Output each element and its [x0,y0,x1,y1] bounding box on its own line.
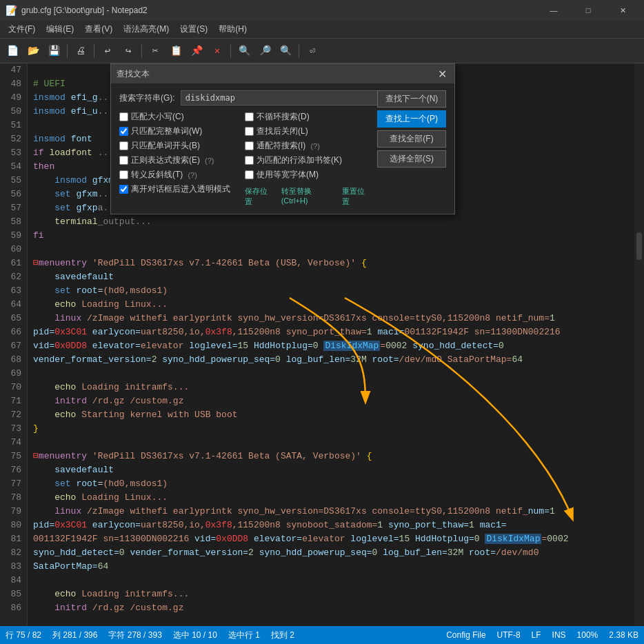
statusbar: 行 75 / 82 列 281 / 396 字符 278 / 393 选中 10… [0,626,644,644]
option-word-start-checkbox[interactable] [119,141,128,150]
scrollbar[interactable] [634,63,644,626]
code-line-77: set root=(hd0,msdos1) [33,477,638,491]
save-button[interactable]: 💾 [44,41,63,61]
line-num-76: 76 [6,463,21,477]
line-num-83: 83 [6,560,21,574]
status-size: 2.38 KB [609,630,638,640]
line-num-78: 78 [6,491,21,505]
line-num-48: 48 [6,77,21,91]
code-line-59: fi [33,229,638,243]
code-line-86: initrd /rd.gz /custom.gz [33,601,638,615]
option-whole-word-checkbox[interactable] [119,127,128,136]
find-prev-button[interactable]: 查找上一个(P) [377,110,446,128]
option-wildcard-checkbox[interactable] [245,141,254,150]
option-regex-checkbox[interactable] [119,156,128,165]
option-slash-checkbox[interactable] [119,170,128,179]
line-num-61: 61 [6,256,21,270]
option-eq-font[interactable]: 使用等宽字体(M) [245,169,370,181]
open-button[interactable]: 📂 [23,41,43,61]
status-selected: 选中 10 / 10 [173,630,217,641]
menu-view[interactable]: 查看(V) [79,21,118,38]
option-transparent[interactable]: 离开对话框后进入透明模式 [119,183,245,195]
code-line-content-82: syno_hdd_detect=0 vender_format_version=… [33,546,539,560]
option-no-loop[interactable]: 不循环搜索(D) [245,111,370,123]
option-regex-label: 正则表达式搜索(E) [131,154,200,166]
code-line-71: initrd /rd.gz /custom.gz [33,394,638,408]
find-button[interactable]: 🔍 [234,41,254,61]
option-wildcard[interactable]: 通配符搜索(I) (?) [245,140,370,152]
menu-file[interactable]: 文件(F) [3,21,41,38]
copy-button[interactable]: 📋 [166,41,185,61]
line-num-51: 51 [6,119,21,132]
editor-area: 4748495051525354555657585960616263646566… [0,63,644,626]
option-transparent-checkbox[interactable] [119,185,128,194]
line-num-56: 56 [6,188,21,201]
code-line-content-78: echo Loading Linux... [33,491,168,505]
toolbar-sep5 [299,44,299,58]
find-dialog-title: 查找文本 [117,68,150,80]
option-add-tag-checkbox[interactable] [245,156,254,165]
option-regex[interactable]: 正则表达式搜索(E) (?) [119,154,245,166]
line-num-59: 59 [6,229,21,243]
code-line-content-61: ⊟menuentry 'RedPill DS3617xs v7.1-42661 … [33,256,367,270]
option-whole-word-label: 只匹配完整单词(W) [131,125,202,137]
code-line-content-54: then [33,160,54,174]
close-button[interactable]: ✕ [607,0,638,21]
option-add-tag[interactable]: 为匹配的行添加书签(K) [245,154,370,166]
option-close-after-checkbox[interactable] [245,127,254,136]
cut-button[interactable]: ✂ [145,41,165,61]
maximize-button[interactable]: □ [572,0,604,21]
option-slash[interactable]: 转义反斜线(T) (?) [119,169,245,181]
minimize-button[interactable]: — [538,0,570,21]
zoom-out-button[interactable]: 🔍 [276,41,295,61]
code-line-content-59: fi [33,229,44,243]
option-close-after[interactable]: 查找后关闭(L) [245,125,370,137]
code-line-79: linux /zImage withefi earlyprintk syno_h… [33,505,638,519]
select-all-button[interactable]: 选择全部(S) [377,150,446,168]
menu-help[interactable]: 帮助(H) [213,21,252,38]
zoom-in-button[interactable]: 🔎 [255,41,274,61]
option-no-loop-checkbox[interactable] [245,112,254,121]
code-line-content-67: vid=0x0DD8 elevator=elevator loglevel=15… [33,339,504,353]
menubar: 文件(F) 编辑(E) 查看(V) 语法高亮(M) 设置(S) 帮助(H) [0,21,644,39]
save-position-link[interactable]: 保存位置 [245,186,273,207]
search-input[interactable] [181,90,396,105]
find-titlebar[interactable]: 查找文本 ✕ [111,64,454,83]
redo-button[interactable]: ↪ [119,41,138,61]
undo-button[interactable]: ↩ [98,41,117,61]
print-button[interactable]: 🖨 [71,41,90,61]
menu-edit[interactable]: 编辑(E) [41,21,79,38]
delete-button[interactable]: ✕ [208,41,227,61]
status-eol: LF [532,630,541,640]
code-line-content-86: initrd /rd.gz /custom.gz [33,601,183,615]
find-buttons: 查找下一个(N) 查找上一个(P) 查找全部(F) 选择全部(S) [377,90,446,168]
new-button[interactable]: 📄 [3,41,22,61]
line-num-58: 58 [6,215,21,229]
status-filetype: Config File [446,630,485,640]
option-word-start[interactable]: 只匹配单词开头(B) [119,140,245,152]
find-all-button[interactable]: 查找全部(F) [377,130,446,148]
option-whole-word[interactable]: 只匹配完整单词(W) [119,125,245,137]
line-num-71: 71 [6,394,21,408]
paste-button[interactable]: 📌 [187,41,206,61]
option-eq-font-checkbox[interactable] [245,170,254,179]
find-close-button[interactable]: ✕ [435,67,449,81]
reset-position-link[interactable]: 重置位置 [342,186,370,207]
code-line-73: } [33,422,638,436]
code-line-content-56: set gfxm... [33,188,114,201]
find-next-button[interactable]: 查找下一个(N) [377,90,446,108]
wrap-button[interactable]: ⏎ [303,41,322,61]
line-num-72: 72 [6,408,21,422]
status-found: 找到 2 [271,630,294,641]
option-case-checkbox[interactable] [119,112,128,121]
code-line-61: ⊟menuentry 'RedPill DS3617xs v7.1-42661 … [33,256,638,270]
menu-syntax[interactable]: 语法高亮(M) [118,21,174,38]
scrollbar-thumb[interactable] [636,232,642,260]
code-line-content-77: set root=(hd0,msdos1) [33,477,168,491]
code-line-content-50: insmod efi_u... [33,105,114,119]
menu-settings[interactable]: 设置(S) [174,21,213,38]
code-line-67: vid=0x0DD8 elevator=elevator loglevel=15… [33,339,638,353]
replace-link[interactable]: 转至替换(Ctrl+H) [281,186,334,207]
option-case[interactable]: 匹配大小写(C) [119,111,245,123]
code-line-62: savedefault [33,270,638,284]
